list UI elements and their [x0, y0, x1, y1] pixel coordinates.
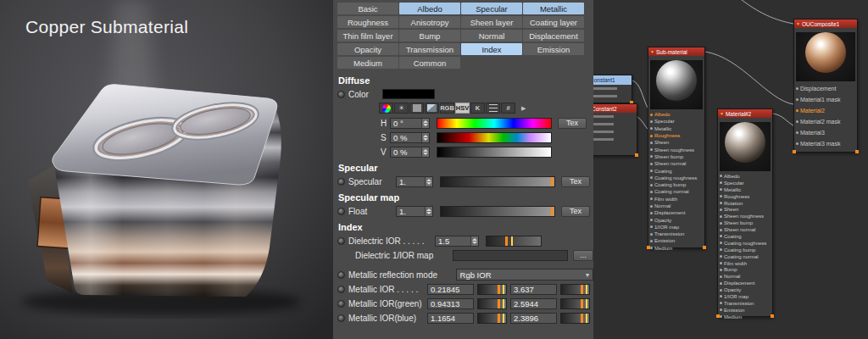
port-dot-icon[interactable]: [650, 197, 653, 200]
node-port[interactable]: Coating: [648, 167, 704, 174]
socket-icon[interactable]: [337, 271, 345, 279]
node-port[interactable]: Rotation: [718, 200, 772, 207]
material-tab[interactable]: Albedo: [399, 3, 460, 14]
node-port[interactable]: Metallic: [718, 186, 772, 193]
material-tab[interactable]: Basic: [337, 3, 398, 14]
node-port[interactable]: [593, 136, 637, 143]
node-header[interactable]: ▼ Material#2: [718, 109, 772, 118]
node-port[interactable]: Specular: [718, 180, 772, 186]
stepper-icon[interactable]: [421, 147, 429, 157]
rgb-mode-button[interactable]: RGB: [440, 103, 454, 114]
node-port[interactable]: Specular: [648, 118, 704, 125]
port-dot-icon[interactable]: [720, 188, 722, 191]
material-tab[interactable]: Thin film layer: [337, 30, 398, 42]
material-tab[interactable]: Emission: [523, 43, 584, 55]
metallic-ior-k-slider[interactable]: [560, 284, 590, 295]
port-dot-icon[interactable]: [650, 142, 653, 144]
socket-icon[interactable]: [337, 91, 345, 98]
port-dot-icon[interactable]: [720, 235, 722, 237]
node-port[interactable]: Material3 mask: [794, 138, 857, 149]
node-port[interactable]: Sheen: [718, 206, 772, 213]
color-swatch[interactable]: [382, 89, 435, 99]
node-header[interactable]: ▼ OUComposite1: [794, 19, 857, 28]
kelvin-mode-button[interactable]: K: [470, 103, 485, 114]
channel-input[interactable]: 0 %: [390, 132, 430, 143]
gradient-slider[interactable]: [437, 132, 552, 143]
render-viewport[interactable]: Copper Submaterial: [0, 0, 333, 339]
material-tab[interactable]: Common: [399, 57, 460, 69]
stepper-icon[interactable]: [425, 177, 432, 186]
port-dot-icon[interactable]: [720, 262, 722, 264]
node-port[interactable]: [593, 92, 632, 100]
gradient-slider[interactable]: [437, 118, 552, 129]
port-dot-icon[interactable]: [796, 109, 798, 112]
port-dot-icon[interactable]: [720, 302, 722, 304]
socket-icon[interactable]: [337, 208, 345, 215]
node-port[interactable]: Medium: [648, 245, 704, 252]
material-tab[interactable]: Sheen layer: [461, 16, 522, 28]
node-header[interactable]: ▼ Constant2: [593, 104, 637, 113]
metallic-ior-n-slider[interactable]: [477, 298, 507, 309]
node-constant-2[interactable]: ▼ Constant2: [593, 103, 637, 156]
port-dot-icon[interactable]: [650, 155, 653, 158]
node-port[interactable]: Displacement: [794, 83, 857, 94]
port-dot-icon[interactable]: [720, 275, 722, 278]
metallic-reflection-mode-select[interactable]: Rgb IOR ▾: [456, 269, 593, 281]
node-constant-1[interactable]: Constant1: [593, 75, 632, 103]
sun-icon[interactable]: ☀: [394, 103, 409, 114]
node-port[interactable]: Sheen roughness: [718, 213, 772, 220]
port-dot-icon[interactable]: [720, 195, 722, 197]
node-port[interactable]: Albedo: [718, 173, 772, 180]
material-tab[interactable]: Transmission: [399, 43, 460, 55]
port-dot-icon[interactable]: [650, 148, 653, 151]
metallic-ior-k-input[interactable]: 3.637: [510, 284, 557, 295]
node-port[interactable]: Film width: [718, 260, 772, 267]
metallic-ior-n-input[interactable]: 0.94313: [427, 298, 474, 309]
port-dot-icon[interactable]: [720, 222, 722, 225]
color-wheel-icon[interactable]: [379, 103, 393, 114]
node-port[interactable]: Sheen normal: [718, 226, 772, 233]
node-port[interactable]: Coating normal: [718, 253, 772, 260]
tex-button[interactable]: Tex: [558, 118, 587, 129]
port-dot-icon[interactable]: [650, 163, 653, 165]
port-dot-icon[interactable]: [720, 242, 722, 244]
port-dot-icon[interactable]: [720, 208, 722, 211]
port-dot-icon[interactable]: [796, 131, 798, 134]
socket-icon[interactable]: [337, 314, 345, 322]
dielectric-ior-input[interactable]: 1.5: [435, 236, 479, 247]
node-material-2[interactable]: ▼ Material#2 Albedo Specular Metallic Ro…: [717, 108, 773, 317]
stepper-icon[interactable]: [425, 207, 432, 216]
port-dot-icon[interactable]: [650, 114, 653, 116]
port-dot-icon[interactable]: [650, 219, 653, 221]
node-port[interactable]: Emission: [718, 307, 772, 314]
port-dot-icon[interactable]: [720, 255, 722, 258]
metallic-ior-n-slider[interactable]: [477, 284, 507, 295]
port-dot-icon[interactable]: [720, 282, 722, 285]
stepper-icon[interactable]: [421, 133, 429, 142]
node-port[interactable]: Coating roughness: [718, 240, 772, 247]
material-tab[interactable]: Normal: [461, 30, 522, 42]
node-port[interactable]: Transmission: [648, 231, 704, 237]
node-port[interactable]: Coating bump: [648, 181, 704, 188]
node-port[interactable]: Coating: [718, 233, 772, 240]
expand-arrow-icon[interactable]: ▶: [521, 105, 526, 112]
node-header[interactable]: Constant1: [593, 75, 632, 85]
node-port[interactable]: Coating bump: [718, 247, 772, 253]
port-dot-icon[interactable]: [650, 176, 653, 179]
stepper-icon[interactable]: [470, 236, 478, 246]
material-tab[interactable]: Anisotropy: [399, 16, 460, 28]
metallic-ior-k-input[interactable]: 2.5944: [510, 298, 557, 309]
port-dot-icon[interactable]: [720, 248, 722, 251]
gradient-slider[interactable]: [437, 147, 552, 158]
browse-button[interactable]: ...: [573, 250, 593, 261]
node-port[interactable]: Displacement: [648, 209, 704, 216]
material-tab[interactable]: Bump: [399, 30, 460, 42]
node-port[interactable]: Sheen bump: [648, 153, 704, 160]
socket-icon[interactable]: [337, 178, 345, 186]
port-dot-icon[interactable]: [796, 87, 798, 90]
material-tab[interactable]: Roughness: [337, 16, 398, 28]
port-dot-icon[interactable]: [650, 135, 653, 137]
node-port[interactable]: Displacement: [718, 280, 772, 286]
node-port[interactable]: Film width: [648, 196, 704, 203]
collapse-icon[interactable]: ▼: [720, 112, 724, 116]
